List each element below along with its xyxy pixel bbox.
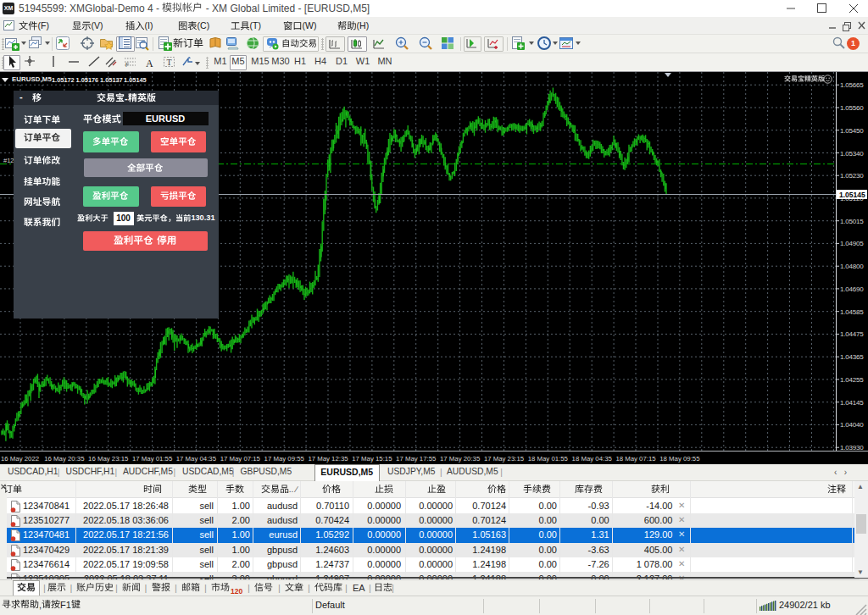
svg-text:16 May 20:35: 16 May 20:35 [44, 455, 85, 463]
svg-text:18 May 07:15: 18 May 07:15 [615, 455, 656, 463]
svg-text:17 May 04:35: 17 May 04:35 [176, 455, 217, 463]
svg-text:1.04800: 1.04800 [840, 263, 864, 270]
svg-text:1.04475: 1.04475 [840, 330, 864, 338]
svg-text:1.04365: 1.04365 [840, 353, 864, 361]
svg-text:18 May 04:35: 18 May 04:35 [572, 455, 613, 463]
svg-text:17 May 15:15: 17 May 15:15 [352, 455, 392, 463]
svg-text:1.03930: 1.03930 [840, 444, 864, 452]
svg-text:17 May 01:55: 17 May 01:55 [132, 455, 173, 463]
svg-text:18 May 09:55: 18 May 09:55 [659, 455, 700, 463]
svg-text:1.04145: 1.04145 [840, 399, 864, 407]
svg-text:17 May 17:55: 17 May 17:55 [396, 455, 437, 463]
svg-text:1.04255: 1.04255 [840, 376, 864, 384]
svg-text:16 May 23:15: 16 May 23:15 [88, 455, 129, 463]
svg-text:1.04690: 1.04690 [840, 285, 864, 293]
svg-text:17 May 20:35: 17 May 20:35 [440, 455, 481, 463]
svg-text:F: F [125, 62, 129, 68]
svg-text:16 May 2022: 16 May 2022 [1, 455, 39, 463]
svg-text:18 May 01:55: 18 May 01:55 [528, 455, 569, 463]
svg-text:1.05015: 1.05015 [840, 218, 864, 225]
svg-text:1.05560: 1.05560 [840, 104, 864, 112]
svg-text:1.04585: 1.04585 [840, 308, 864, 316]
svg-text:17 May 12:35: 17 May 12:35 [308, 455, 348, 463]
svg-text:T: T [167, 58, 172, 67]
svg-text:1.05665: 1.05665 [840, 81, 864, 89]
svg-text:1.04905: 1.04905 [840, 240, 864, 247]
svg-text:1.05230: 1.05230 [840, 172, 864, 180]
svg-text:17 May 23:15: 17 May 23:15 [484, 455, 525, 463]
svg-text:17 May 09:55: 17 May 09:55 [264, 455, 305, 463]
svg-text:1.05145: 1.05145 [839, 191, 865, 199]
svg-text:1.05340: 1.05340 [840, 150, 864, 158]
svg-text:17 May 07:15: 17 May 07:15 [220, 455, 261, 463]
svg-text:1.04040: 1.04040 [840, 421, 864, 429]
svg-text:1.05450: 1.05450 [840, 127, 864, 135]
